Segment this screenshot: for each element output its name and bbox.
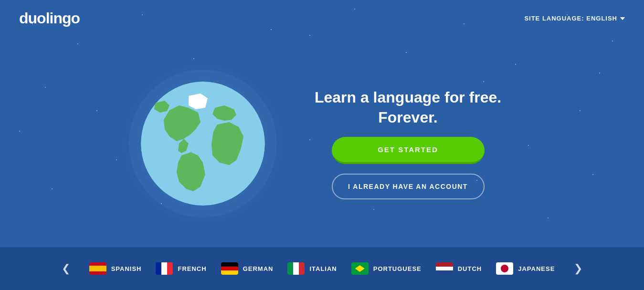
japan-circle <box>501 265 508 272</box>
flag-italy <box>287 262 305 275</box>
chevron-down-icon <box>620 17 625 20</box>
language-item-german[interactable]: GERMAN <box>221 262 274 275</box>
flag-france <box>156 262 173 275</box>
flag-spain <box>89 262 106 275</box>
language-item-japanese[interactable]: JAPANESE <box>496 262 555 275</box>
flag-germany <box>221 262 238 275</box>
right-panel: Learn a language for free. Forever. GET … <box>308 88 508 199</box>
language-label-german: GERMAN <box>243 265 274 272</box>
language-item-portuguese[interactable]: PORTUGUESE <box>351 262 422 275</box>
already-have-account-button[interactable]: I ALREADY HAVE AN ACCOUNT <box>332 174 485 199</box>
get-started-button[interactable]: GET STARTED <box>332 137 485 164</box>
language-label-japanese: JAPANESE <box>518 265 555 272</box>
globe <box>141 82 265 206</box>
logo: duolingo <box>19 10 80 27</box>
language-bar: ❮ SPANISH FRENCH GERMAN ITALIAN PORTUGUE… <box>0 247 644 290</box>
language-label-dutch: DUTCH <box>458 265 482 272</box>
language-label-italian: ITALIAN <box>309 265 337 272</box>
language-item-dutch[interactable]: DUTCH <box>436 262 482 275</box>
next-language-arrow[interactable]: ❯ <box>569 262 587 275</box>
prev-language-arrow[interactable]: ❮ <box>57 262 75 275</box>
flag-japan <box>496 262 513 275</box>
language-item-spanish[interactable]: SPANISH <box>89 262 142 275</box>
header: duolingo SITE LANGUAGE: ENGLISH <box>0 0 644 37</box>
brazil-diamond <box>355 265 365 272</box>
main-content: Learn a language for free. Forever. GET … <box>0 37 644 250</box>
site-language-selector[interactable]: SITE LANGUAGE: ENGLISH <box>524 15 625 22</box>
language-item-french[interactable]: FRENCH <box>156 262 206 275</box>
flag-netherlands <box>436 262 453 275</box>
globe-container <box>136 77 270 210</box>
language-item-italian[interactable]: ITALIAN <box>287 262 337 275</box>
flag-brazil <box>351 262 369 275</box>
language-label-spanish: SPANISH <box>111 265 142 272</box>
tagline: Learn a language for free. Forever. <box>308 88 508 127</box>
language-label-portuguese: PORTUGUESE <box>373 265 422 272</box>
site-language-label: SITE LANGUAGE: ENGLISH <box>524 15 617 22</box>
language-label-french: FRENCH <box>178 265 206 272</box>
